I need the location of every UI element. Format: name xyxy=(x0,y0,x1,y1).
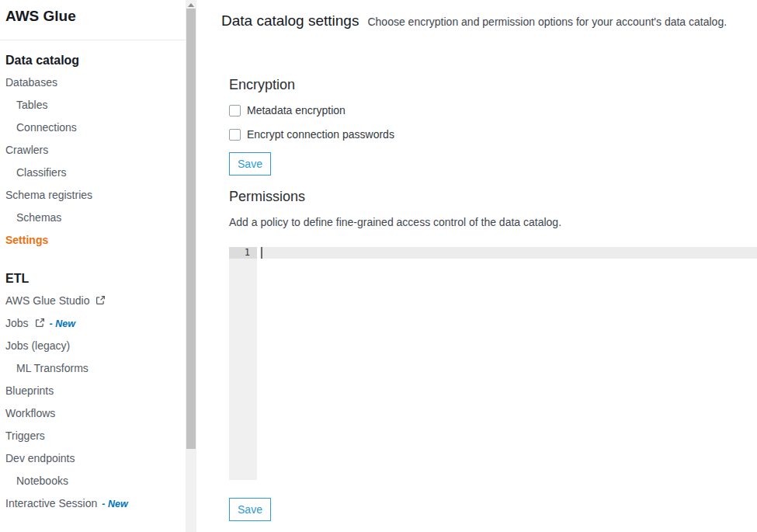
sidebar-item-jobs-legacy[interactable]: Jobs (legacy) xyxy=(0,335,186,357)
external-link-icon xyxy=(35,313,45,336)
sidebar-item-connections[interactable]: Connections xyxy=(0,116,186,139)
checkbox-unchecked-icon[interactable] xyxy=(229,129,241,141)
external-link-icon xyxy=(95,290,106,313)
sidebar-item-databases[interactable]: Databases xyxy=(0,71,186,94)
editor-active-line xyxy=(260,247,757,259)
sidebar-item-label: Interactive Session xyxy=(5,497,97,509)
sidebar-item-label: AWS Glue Studio xyxy=(5,294,89,307)
sidebar-item-dev-endpoints[interactable]: Dev endpoints xyxy=(0,447,186,470)
metadata-encryption-checkbox-row[interactable]: Metadata encryption xyxy=(229,104,346,116)
new-badge: - New xyxy=(102,499,127,509)
sidebar-item-settings[interactable]: Settings xyxy=(0,229,186,252)
editor-cursor xyxy=(261,247,262,259)
sidebar-item-blueprints[interactable]: Blueprints xyxy=(0,380,186,402)
sidebar-item-classifiers[interactable]: Classifiers xyxy=(0,162,186,184)
sidebar-item-tables[interactable]: Tables xyxy=(0,94,186,116)
editor-line-number: 1 xyxy=(229,247,257,259)
permissions-heading: Permissions xyxy=(229,189,305,205)
sidebar-item-triggers[interactable]: Triggers xyxy=(0,425,186,447)
sidebar-item-schemas[interactable]: Schemas xyxy=(0,207,186,229)
sidebar-item-notebooks[interactable]: Notebooks xyxy=(0,470,186,492)
sidebar-section-data-catalog: Data catalog xyxy=(0,49,186,71)
encrypt-connection-passwords-checkbox-row[interactable]: Encrypt connection passwords xyxy=(229,128,394,141)
scroll-up-icon[interactable] xyxy=(188,3,194,7)
encryption-heading: Encryption xyxy=(229,77,295,93)
editor-gutter: 1 xyxy=(229,247,257,480)
sidebar-section-etl: ETL xyxy=(0,267,186,290)
checkbox-unchecked-icon[interactable] xyxy=(229,105,241,116)
encryption-save-button[interactable]: Save xyxy=(229,152,271,176)
sidebar-item-schema-registries[interactable]: Schema registries xyxy=(0,184,186,207)
sidebar-item-aws-glue-studio[interactable]: AWS Glue Studio xyxy=(0,290,186,312)
sidebar-item-jobs[interactable]: Jobs- New xyxy=(0,312,186,335)
sidebar-item-workflows[interactable]: Workflows xyxy=(0,402,186,425)
policy-editor[interactable]: 1 xyxy=(229,247,757,480)
checkbox-label: Encrypt connection passwords xyxy=(247,128,394,141)
page-header: Data catalog settings Choose encryption … xyxy=(221,12,749,30)
sidebar-item-crawlers[interactable]: Crawlers xyxy=(0,139,186,162)
sidebar-item-label: Jobs xyxy=(5,317,29,329)
app-title: AWS Glue xyxy=(0,0,186,25)
checkbox-label: Metadata encryption xyxy=(247,104,346,116)
sidebar-divider xyxy=(0,40,186,40)
new-badge: - New xyxy=(50,318,75,329)
sidebar-nav: Data catalog Databases Tables Connection… xyxy=(0,49,186,515)
page-description: Choose encryption and permission options… xyxy=(367,16,727,28)
sidebar-item-ml-transforms[interactable]: ML Transforms xyxy=(0,357,186,380)
scrollbar-thumb[interactable] xyxy=(186,9,196,449)
permissions-save-button[interactable]: Save xyxy=(229,498,271,521)
sidebar: AWS Glue Data catalog Databases Tables C… xyxy=(0,0,186,532)
permissions-description: Add a policy to define fine-grained acce… xyxy=(229,216,561,228)
page-title: Data catalog settings xyxy=(221,12,359,30)
sidebar-item-interactive-session[interactable]: Interactive Session- New xyxy=(0,492,186,515)
sidebar-scrollbar[interactable] xyxy=(186,0,196,532)
